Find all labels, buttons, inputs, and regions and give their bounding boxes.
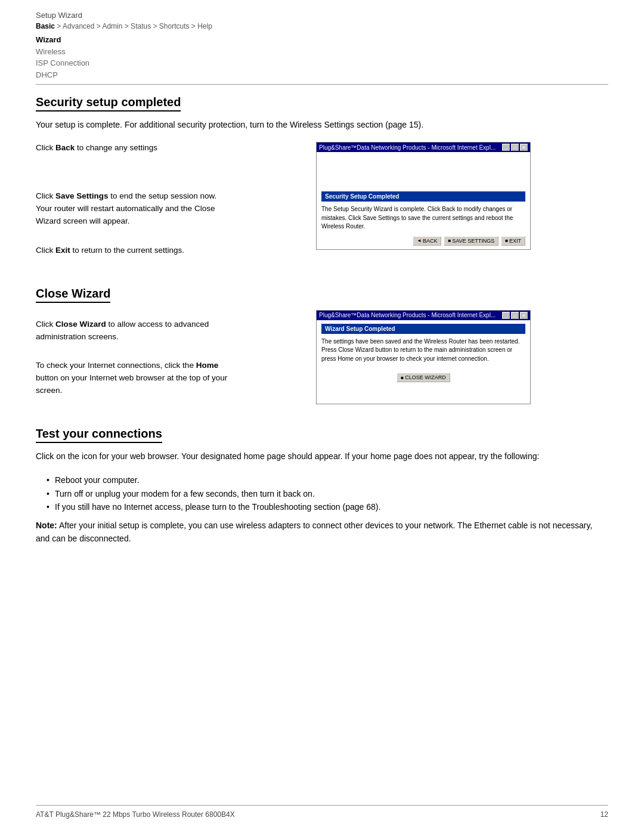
security-detail: Click Back to change any settings Click … xyxy=(36,142,608,265)
win-title-wizard: Plug&Share™Data Networking Products - Mi… xyxy=(319,312,496,318)
note-content: After your initial setup is complete, yo… xyxy=(36,521,592,543)
ss-save-button[interactable]: ■ SAVE SETTINGS xyxy=(444,236,499,246)
ss-wizard-body: The settings have been saved and the Wir… xyxy=(321,337,525,364)
win-restore[interactable]: □ xyxy=(511,144,519,151)
sidebar-nav: Wizard Wireless ISP Connection DHCP xyxy=(36,34,608,80)
ss-close-wizard-button[interactable]: ■ CLOSE WIZARD xyxy=(397,373,450,382)
win-titlebar-security: Plug&Share™Data Networking Products - Mi… xyxy=(317,143,530,152)
win-minimize[interactable]: _ xyxy=(502,144,510,151)
win-close[interactable]: ✕ xyxy=(520,144,528,151)
test-heading: Test your connections xyxy=(36,427,162,443)
close-wizard-detail: Click Close Wizard to allow access to ad… xyxy=(36,310,608,406)
security-save-instruction: Click Save Settings to end the setup ses… xyxy=(36,190,233,228)
win-minimize-2[interactable]: _ xyxy=(502,312,510,319)
close-wizard-screenshot: Plug&Share™Data Networking Products - Mi… xyxy=(316,310,531,405)
security-intro: Your setup is complete. For additional s… xyxy=(36,119,608,131)
win-content-wizard: Wizard Setup Completed The settings have… xyxy=(317,320,530,404)
sidebar-item-isp[interactable]: ISP Connection xyxy=(36,57,608,69)
test-section: Test your connections Click on the icon … xyxy=(36,427,608,546)
win-close-2[interactable]: ✕ xyxy=(520,312,528,319)
bullet-reboot: Reboot your computer. xyxy=(47,473,608,487)
note-bold: Note: xyxy=(36,521,57,530)
win-restore-2[interactable]: □ xyxy=(511,312,519,319)
footer-page-number: 12 xyxy=(600,810,608,819)
ss-exit-button[interactable]: ■ EXIT xyxy=(501,236,525,246)
win-controls-security: _ □ ✕ xyxy=(502,144,528,151)
bullet-modem: Turn off or unplug your modem for a few … xyxy=(47,487,608,500)
footer-left: AT&T Plug&Share™ 22 Mbps Turbo Wireless … xyxy=(36,810,235,819)
test-bullets: Reboot your computer. Turn off or unplug… xyxy=(47,473,608,513)
close-wizard-section: Close Wizard Click Close Wizard to allow… xyxy=(36,287,608,406)
win-inner-security: Security Setup Completed The Setup Secur… xyxy=(317,152,530,249)
ss-security-buttons: ◄ BACK ■ SAVE SETTINGS ■ EXIT xyxy=(321,236,525,246)
close-wizard-screenshot-wrapper: Plug&Share™Data Networking Products - Mi… xyxy=(239,310,608,405)
bullet-internet: If you still have no Internet access, pl… xyxy=(47,500,608,513)
ss-back-button[interactable]: ◄ BACK xyxy=(413,236,441,246)
win-title-security: Plug&Share™Data Networking Products - Mi… xyxy=(319,144,496,151)
ss-security-header: Security Setup Completed xyxy=(321,191,525,202)
test-note: Note: After your initial setup is comple… xyxy=(36,519,608,545)
nav-rest: > Advanced > Admin > Status > Shortcuts … xyxy=(55,22,212,30)
security-back-instruction: Click Back to change any settings xyxy=(36,142,233,154)
close-wizard-home-instruction: To check your Internet connections, clic… xyxy=(36,360,233,397)
sidebar-item-wireless[interactable]: Wireless xyxy=(36,46,608,58)
win-content-security: Security Setup Completed The Setup Secur… xyxy=(317,152,530,249)
sidebar-item-wizard[interactable]: Wizard xyxy=(36,34,608,46)
main-content: Security setup completed Your setup is c… xyxy=(36,95,608,546)
nav-basic[interactable]: Basic xyxy=(36,22,55,30)
page-footer: AT&T Plug&Share™ 22 Mbps Turbo Wireless … xyxy=(36,805,608,819)
security-screenshot-wrapper: Plug&Share™Data Networking Products - Mi… xyxy=(239,142,608,250)
page-title: Setup Wizard xyxy=(36,11,608,20)
win-titlebar-wizard: Plug&Share™Data Networking Products - Mi… xyxy=(317,311,530,320)
close-wizard-heading: Close Wizard xyxy=(36,287,110,303)
ss-security-body: The Setup Security Wizard is complete. C… xyxy=(321,205,525,231)
security-heading: Security setup completed xyxy=(36,95,181,112)
sidebar-item-dhcp[interactable]: DHCP xyxy=(36,69,608,81)
security-instructions: Click Back to change any settings Click … xyxy=(36,142,239,265)
ss-wizard-header: Wizard Setup Completed xyxy=(321,324,525,334)
security-section: Security setup completed Your setup is c… xyxy=(36,95,608,265)
breadcrumb: Basic > Advanced > Admin > Status > Shor… xyxy=(36,22,608,30)
close-wizard-instructions: Click Close Wizard to allow access to ad… xyxy=(36,310,239,406)
security-screenshot: Plug&Share™Data Networking Products - Mi… xyxy=(316,142,531,250)
header: Setup Wizard Basic > Advanced > Admin > … xyxy=(36,11,608,85)
close-wizard-close-instruction: Click Close Wizard to allow access to ad… xyxy=(36,318,233,343)
win-controls-wizard: _ □ ✕ xyxy=(502,312,528,319)
win-inner-wizard: Wizard Setup Completed The settings have… xyxy=(317,320,530,404)
test-intro: Click on the icon for your web browser. … xyxy=(36,450,608,463)
security-exit-instruction: Click Exit to return to the current sett… xyxy=(36,244,233,257)
